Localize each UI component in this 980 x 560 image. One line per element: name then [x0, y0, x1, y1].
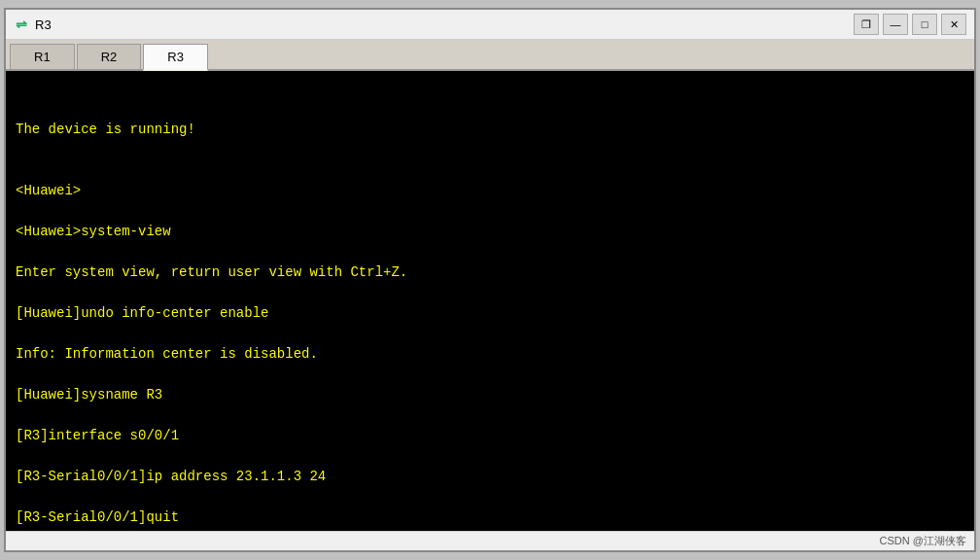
- window-icon: ⇌: [14, 17, 29, 32]
- title-controls: ❐ — □ ✕: [854, 14, 966, 35]
- maximize-button[interactable]: □: [912, 14, 937, 35]
- restore-button[interactable]: ❐: [854, 14, 879, 35]
- terminal-line: [Huawei]undo info-center enable: [16, 303, 964, 324]
- tab-r2[interactable]: R2: [77, 44, 142, 69]
- terminal-line: Enter system view, return user view with…: [16, 262, 964, 283]
- terminal-line: [R3]interface s0/0/1: [16, 426, 964, 446]
- terminal-line: <Huawei>system-view: [16, 222, 964, 242]
- close-button[interactable]: ✕: [941, 14, 966, 35]
- terminal-line: [Huawei]sysname R3: [16, 385, 964, 405]
- terminal-line: The device is running!: [16, 120, 964, 140]
- tab-bar: R1 R2 R3: [6, 40, 974, 71]
- title-bar-left: ⇌ R3: [14, 17, 52, 32]
- terminal-line: [R3-Serial0/0/1]quit: [16, 508, 964, 528]
- terminal-output[interactable]: The device is running! <Huawei> <Huawei>…: [6, 71, 974, 531]
- status-bar: CSDN @江湖侠客: [6, 531, 974, 550]
- main-window: ⇌ R3 ❐ — □ ✕ R1 R2 R3 The device is runn…: [4, 8, 976, 552]
- terminal-line: <Huawei>: [16, 181, 964, 201]
- tab-r1[interactable]: R1: [10, 44, 75, 69]
- tab-r3[interactable]: R3: [143, 44, 208, 71]
- minimize-button[interactable]: —: [883, 14, 908, 35]
- status-text: CSDN @江湖侠客: [880, 534, 966, 548]
- terminal-line: Info: Information center is disabled.: [16, 344, 964, 365]
- window-title: R3: [35, 18, 52, 32]
- title-bar: ⇌ R3 ❐ — □ ✕: [6, 10, 974, 40]
- terminal-line: [R3-Serial0/0/1]ip address 23.1.1.3 24: [16, 467, 964, 487]
